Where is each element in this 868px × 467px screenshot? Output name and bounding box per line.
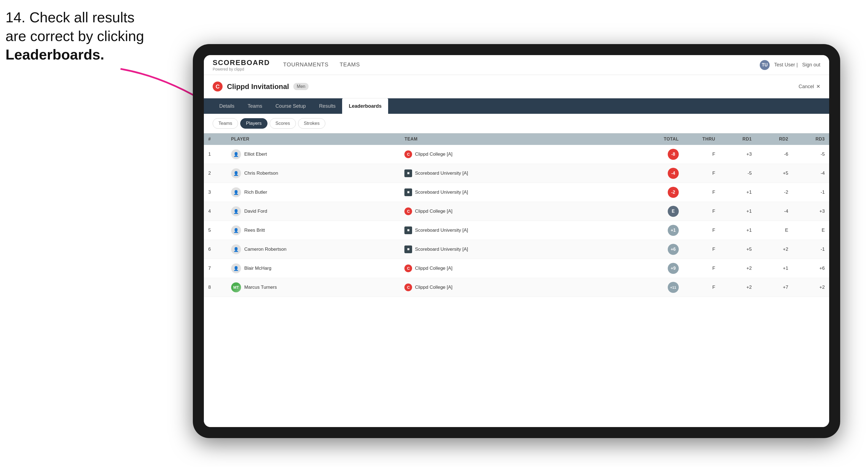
player-5: 👤Rees Britt (227, 221, 400, 240)
rank-3: 3 (204, 183, 227, 202)
filter-players[interactable]: Players (240, 118, 268, 129)
nav-teams[interactable]: TEAMS (340, 59, 360, 70)
rd2-3: -2 (756, 183, 793, 202)
tab-results[interactable]: Results (312, 98, 342, 114)
col-header-thru: THRU (683, 133, 720, 145)
table-row: 4👤David FordCClippd College [A]EF+1-4+3 (204, 202, 829, 221)
table-row: 7👤Blair McHargCClippd College [A]+9F+2+1… (204, 259, 829, 278)
tournament-header: C Clippd Invitational Men Cancel ✕ (204, 75, 829, 98)
player-2: 👤Chris Robertson (227, 164, 400, 183)
total-8: +11 (638, 278, 683, 297)
table-row: 2👤Chris Robertson▦Scoreboard University … (204, 164, 829, 183)
rd1-2: -5 (719, 164, 756, 183)
rd1-5: +1 (719, 221, 756, 240)
filter-teams[interactable]: Teams (213, 118, 238, 129)
total-6: +6 (638, 240, 683, 259)
player-1: 👤Elliot Ebert (227, 145, 400, 164)
team-7: CClippd College [A] (400, 259, 638, 278)
rd3-2: -4 (793, 164, 829, 183)
rd1-7: +2 (719, 259, 756, 278)
rank-5: 5 (204, 221, 227, 240)
rd2-1: -6 (756, 145, 793, 164)
rd3-6: -1 (793, 240, 829, 259)
rd1-3: +1 (719, 183, 756, 202)
thru-8: F (683, 278, 720, 297)
team-4: CClippd College [A] (400, 202, 638, 221)
cancel-button[interactable]: Cancel ✕ (799, 84, 820, 90)
tab-course-setup[interactable]: Course Setup (269, 98, 312, 114)
table-row: 8MTMarcus TurnersCClippd College [A]+11F… (204, 278, 829, 297)
team-3: ▦Scoreboard University [A] (400, 183, 638, 202)
col-header-rank: # (204, 133, 227, 145)
rd1-1: +3 (719, 145, 756, 164)
rank-2: 2 (204, 164, 227, 183)
thru-4: F (683, 202, 720, 221)
total-1: -8 (638, 145, 683, 164)
player-7: 👤Blair McHarg (227, 259, 400, 278)
rd2-4: -4 (756, 202, 793, 221)
table-row: 5👤Rees Britt▦Scoreboard University [A]+1… (204, 221, 829, 240)
logo-sub: Powered by clippd (213, 67, 270, 71)
rd1-4: +1 (719, 202, 756, 221)
nav-tournaments[interactable]: TOURNAMENTS (283, 59, 329, 70)
tab-bar: Details Teams Course Setup Results Leade… (204, 98, 829, 114)
content-area: C Clippd Invitational Men Cancel ✕ Detai… (204, 75, 829, 427)
col-header-rd2: RD2 (756, 133, 793, 145)
logo-text: SCOREBOARD (213, 58, 270, 67)
rd1-6: +5 (719, 240, 756, 259)
table-header-row: # PLAYER TEAM TOTAL THRU RD1 RD2 RD3 (204, 133, 829, 145)
tournament-name: Clippd Invitational (227, 82, 289, 91)
rank-8: 8 (204, 278, 227, 297)
nav-links: TOURNAMENTS TEAMS (283, 59, 760, 70)
nav-bar: SCOREBOARD Powered by clippd TOURNAMENTS… (204, 55, 829, 75)
tournament-title-row: C Clippd Invitational Men (213, 82, 309, 91)
rd2-5: E (756, 221, 793, 240)
rd3-1: -5 (793, 145, 829, 164)
col-header-team: TEAM (400, 133, 638, 145)
team-5: ▦Scoreboard University [A] (400, 221, 638, 240)
rd3-3: -1 (793, 183, 829, 202)
sign-out-link[interactable]: Sign out (802, 62, 820, 68)
col-header-total: TOTAL (638, 133, 683, 145)
team-8: CClippd College [A] (400, 278, 638, 297)
total-2: -4 (638, 164, 683, 183)
thru-5: F (683, 221, 720, 240)
rd2-6: +2 (756, 240, 793, 259)
rd3-5: E (793, 221, 829, 240)
rd3-7: +6 (793, 259, 829, 278)
rd2-7: +1 (756, 259, 793, 278)
tab-leaderboards[interactable]: Leaderboards (342, 98, 388, 114)
thru-6: F (683, 240, 720, 259)
leaderboard-table: # PLAYER TEAM TOTAL THRU RD1 RD2 RD3 1👤E… (204, 133, 829, 427)
team-1: CClippd College [A] (400, 145, 638, 164)
thru-3: F (683, 183, 720, 202)
thru-7: F (683, 259, 720, 278)
tab-details[interactable]: Details (213, 98, 241, 114)
thru-1: F (683, 145, 720, 164)
rd3-8: +2 (793, 278, 829, 297)
player-4: 👤David Ford (227, 202, 400, 221)
total-7: +9 (638, 259, 683, 278)
filter-strokes[interactable]: Strokes (298, 118, 326, 129)
user-label: Test User | (774, 62, 798, 68)
player-3: 👤Rich Butler (227, 183, 400, 202)
total-4: E (638, 202, 683, 221)
tab-teams[interactable]: Teams (241, 98, 269, 114)
filter-scores[interactable]: Scores (270, 118, 296, 129)
player-8: MTMarcus Turners (227, 278, 400, 297)
tournament-c-logo: C (213, 82, 223, 91)
team-2: ▦Scoreboard University [A] (400, 164, 638, 183)
rd3-4: +3 (793, 202, 829, 221)
rd2-2: +5 (756, 164, 793, 183)
user-avatar: TU (760, 60, 770, 70)
table-row: 1👤Elliot EbertCClippd College [A]-8F+3-6… (204, 145, 829, 164)
col-header-rd3: RD3 (793, 133, 829, 145)
rank-6: 6 (204, 240, 227, 259)
filter-bar: Teams Players Scores Strokes (204, 114, 829, 133)
logo-area: SCOREBOARD Powered by clippd (213, 58, 270, 71)
tablet-screen: SCOREBOARD Powered by clippd TOURNAMENTS… (204, 55, 829, 427)
rd2-8: +7 (756, 278, 793, 297)
col-header-rd1: RD1 (719, 133, 756, 145)
rank-1: 1 (204, 145, 227, 164)
rank-4: 4 (204, 202, 227, 221)
